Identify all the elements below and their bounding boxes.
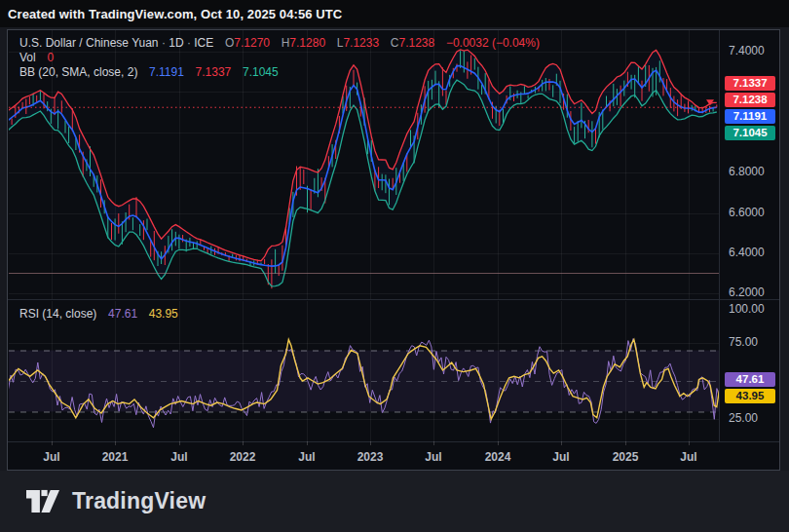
footer: TradingView [0,471,789,532]
rsi-label[interactable]: RSI (14, close) [19,307,96,321]
time-axis-label[interactable]: 2024 [485,450,511,464]
time-axis-label[interactable]: Jul [170,450,187,464]
rsi-value: 47.61 [108,307,137,321]
time-axis-label[interactable]: 2021 [102,450,129,464]
high-value: 7.1280 [289,36,325,50]
low-value: 7.1233 [343,36,379,50]
price-label-badge: 47.61 [725,372,775,387]
time-axis-tick [115,441,116,445]
tradingview-logo-icon[interactable] [26,488,59,514]
price-axis-label: 6.4000 [729,246,765,259]
close-value: 7.1238 [399,36,435,50]
interval[interactable]: 1D [169,36,183,50]
time-axis-label[interactable]: Jul [680,450,696,464]
time-axis-tick [561,441,562,445]
rsi-axis-label: 100.00 [729,302,765,316]
symbol-title[interactable]: U.S. Dollar / Chinese Yuan [19,36,159,50]
price-axis-label: 6.8000 [729,165,765,178]
bb-row[interactable]: BB (20, SMA, close, 2) 7.1191 7.1337 7.1… [19,65,540,79]
time-axis-tick [179,441,180,445]
bb-basis-value: 7.1191 [149,65,184,79]
time-axis-tick [625,441,626,445]
price-axis-label: 6.6000 [729,206,765,219]
rsi-pane[interactable] [9,301,719,441]
volume-row[interactable]: Vol 0 [19,51,540,64]
bb-fill [9,50,717,286]
symbol-row[interactable]: U.S. Dollar / Chinese Yuan · 1D · ICE O7… [19,36,540,50]
price-label-badge: 7.1238 [725,93,775,107]
chart-frame: 7.40006.80006.60006.40006.20007.13377.12… [7,29,780,471]
price-scale[interactable]: 7.40006.80006.60006.40006.20007.13377.12… [719,30,779,299]
pane-separator[interactable] [8,299,779,300]
time-axis-tick [689,441,690,445]
time-axis-label[interactable]: Jul [552,450,569,464]
exchange: ICE [194,36,213,50]
rsi-ma-value: 43.95 [149,307,178,321]
price-label-badge: 7.1045 [725,126,775,140]
time-axis-label[interactable]: 2022 [230,450,256,464]
time-axis-tick [433,441,434,445]
time-axis-tick [307,441,308,445]
bb-label[interactable]: BB (20, SMA, close, 2) [19,65,137,79]
volume-label: Vol [19,51,36,64]
price-label-badge: 43.95 [725,389,775,403]
time-axis-tick [243,441,244,445]
price-label-badge: 7.1191 [725,109,775,124]
rsi-row[interactable]: RSI (14, close) 47.61 43.95 [19,307,178,321]
bb-upper-value: 7.1337 [196,65,232,79]
export-banner: Created with TradingView.com, Oct 10, 20… [0,0,789,27]
time-axis-tick [498,441,499,445]
legend-main: U.S. Dollar / Chinese Yuan · 1D · ICE O7… [19,36,540,80]
change-value: −0.0032 (−0.04%) [446,36,540,50]
rsi-scale[interactable]: 100.0075.0025.0047.6143.95 [719,301,779,441]
time-axis-tick [370,441,371,445]
volume-value: 0 [47,51,54,64]
rsi-axis-label: 75.00 [729,335,758,349]
export-banner-text: Created with TradingView.com, Oct 10, 20… [8,7,342,21]
time-axis-label[interactable]: Jul [43,450,59,464]
time-axis-label[interactable]: Jul [298,450,315,464]
bb-lower-value: 7.1045 [243,65,279,79]
open-value: 7.1270 [234,36,270,50]
time-axis-label[interactable]: Jul [425,450,441,464]
price-axis-label: 7.4000 [729,44,765,57]
time-axis-tick [52,441,53,445]
brand-name[interactable]: TradingView [72,488,206,514]
rsi-axis-label: 25.00 [729,411,758,425]
price-axis-label: 6.2000 [729,285,765,299]
price-label-badge: 7.1337 [725,76,775,91]
legend-rsi: RSI (14, close) 47.61 43.95 [19,307,178,322]
time-axis-label[interactable]: 2025 [613,450,639,464]
time-axis-label[interactable]: 2023 [357,450,384,464]
time-scale[interactable]: Jul2021Jul2022Jul2023Jul2024Jul2025Jul [8,441,779,470]
